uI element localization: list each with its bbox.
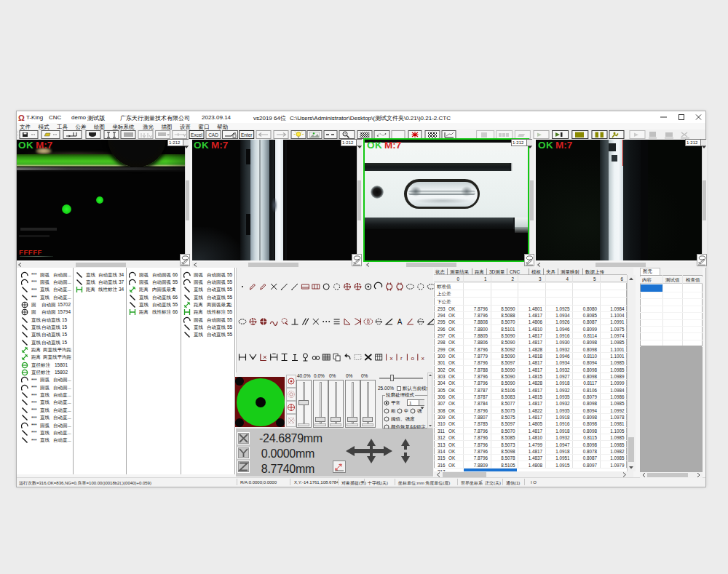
- svg-text:Excel: Excel: [191, 132, 202, 137]
- svg-text:r: r: [400, 355, 403, 362]
- svg-text:A: A: [397, 318, 403, 326]
- svg-text:Enter: Enter: [241, 132, 253, 137]
- svg-text:x: x: [422, 355, 424, 362]
- svg-text:CAD: CAD: [208, 132, 218, 137]
- svg-text:x: x: [390, 355, 393, 362]
- svg-text:o: o: [411, 355, 414, 362]
